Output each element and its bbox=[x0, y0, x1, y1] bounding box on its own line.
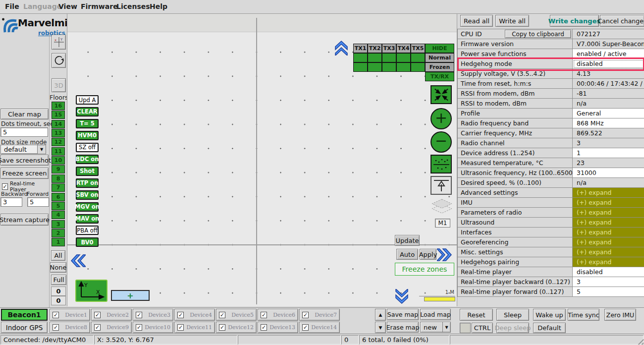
tx-cell[interactable] bbox=[382, 62, 396, 72]
checkbox-icon[interactable]: ✓ bbox=[94, 312, 101, 318]
device-toggle-device11[interactable]: ✓Device11 bbox=[174, 322, 215, 333]
map-cmd-hvm0-button[interactable]: HVM0 bbox=[76, 131, 99, 140]
xy-axes-tool-button[interactable]: x Y bbox=[52, 35, 66, 50]
tx-cell[interactable] bbox=[396, 53, 411, 62]
device-toggle-device10[interactable]: ✓Device10 bbox=[133, 322, 173, 333]
device-toggle-device12[interactable]: ✓Device12 bbox=[216, 322, 257, 333]
map-cmd-mav-on-button[interactable]: MAV on bbox=[76, 214, 99, 224]
checkbox-icon[interactable]: ✓ bbox=[53, 312, 59, 318]
map-cmd-clear-button[interactable]: CLEAR bbox=[76, 107, 99, 116]
device-scroll-down-button[interactable]: ▼ bbox=[375, 322, 386, 333]
menu-item-licenses[interactable]: Licenses bbox=[116, 2, 150, 10]
device-toggle-device7[interactable]: ✓Device7 bbox=[299, 309, 340, 321]
device-scroll-up-button[interactable]: ▲ bbox=[375, 309, 386, 321]
save-screenshot-button[interactable]: Save screenshot bbox=[0, 155, 49, 166]
floor-button-3[interactable]: 3 bbox=[52, 220, 65, 229]
checkbox-icon[interactable]: ✓ bbox=[302, 312, 309, 318]
read-all-button[interactable]: Read all bbox=[460, 15, 493, 27]
3d-view-button[interactable]: 3D bbox=[52, 78, 66, 92]
default-button[interactable]: Default bbox=[533, 323, 566, 333]
param-value[interactable]: 5 bbox=[573, 287, 644, 297]
param-value[interactable]: (+) expand bbox=[573, 188, 644, 198]
fit-to-screen-icon[interactable] bbox=[430, 85, 452, 104]
checkbox-icon[interactable]: ✓ bbox=[177, 312, 184, 318]
menu-item-help[interactable]: Help bbox=[150, 2, 167, 10]
param-value[interactable]: General bbox=[573, 109, 644, 118]
tx-cell[interactable] bbox=[382, 53, 396, 62]
device-toggle-device4[interactable]: ✓Device4 bbox=[174, 309, 215, 321]
map-cmd-t-5-button[interactable]: T= 5 bbox=[76, 119, 99, 128]
load-map-button[interactable]: Load map bbox=[420, 309, 451, 320]
checkbox-icon[interactable]: ✓ bbox=[219, 312, 225, 318]
floor-button-13[interactable]: 13 bbox=[52, 129, 65, 137]
param-value[interactable]: (+) expand bbox=[573, 198, 644, 208]
checkbox-icon[interactable]: ✓ bbox=[53, 324, 59, 331]
device-toggle-device14[interactable]: ✓Device14 bbox=[299, 322, 340, 333]
menu-item-file[interactable]: File bbox=[5, 2, 19, 10]
checkbox-icon[interactable]: ✓ bbox=[261, 312, 267, 318]
map-cmd-sbv-on-button[interactable]: SBV on bbox=[76, 190, 99, 200]
checkbox-icon[interactable]: ✓ bbox=[136, 312, 142, 318]
pan-right-icon[interactable] bbox=[437, 247, 453, 262]
checkbox-icon[interactable]: ✓ bbox=[302, 324, 309, 331]
cancel-changes-button[interactable]: Cancel changes bbox=[600, 15, 644, 27]
floor-button-15[interactable]: 15 bbox=[52, 111, 65, 119]
tx-cell[interactable] bbox=[396, 62, 411, 72]
param-value[interactable]: enabled / active bbox=[573, 49, 644, 59]
indoor-gps-tab[interactable]: Indoor GPS bbox=[1, 322, 48, 333]
time-sync-button[interactable]: Time sync bbox=[568, 309, 599, 321]
map-cmd-mgv-on-button[interactable]: MGV on bbox=[76, 202, 99, 212]
checkbox-icon[interactable]: ✓ bbox=[261, 324, 267, 331]
map-cmd-rtp-on-button[interactable]: RTP on bbox=[76, 178, 99, 188]
param-value[interactable]: 1 bbox=[573, 148, 644, 158]
tx-cell[interactable] bbox=[411, 53, 425, 62]
tx-cell[interactable] bbox=[368, 62, 382, 72]
menu-item-firmware[interactable]: Firmware bbox=[81, 2, 118, 10]
map-select[interactable]: new ▼ bbox=[420, 322, 451, 333]
param-value[interactable]: (+) expand bbox=[573, 247, 644, 257]
chevron-down-icon[interactable]: ▼ bbox=[37, 145, 46, 154]
beacon-tab[interactable]: Beacon1 bbox=[1, 309, 48, 321]
freeze-screen-button[interactable]: Freeze screen bbox=[0, 168, 49, 179]
forward-input[interactable]: 5 bbox=[27, 197, 49, 207]
device-toggle-device6[interactable]: ✓Device6 bbox=[258, 309, 298, 321]
tx-cell[interactable] bbox=[353, 62, 368, 72]
freeze-zones-button[interactable]: Freeze zones bbox=[395, 263, 454, 276]
chevron-down-icon[interactable]: ▼ bbox=[442, 322, 450, 332]
tx-header-tx2[interactable]: TX2 bbox=[368, 44, 382, 53]
tx-frozen-button[interactable]: Frozen bbox=[425, 62, 454, 72]
param-value[interactable]: (+) expand bbox=[573, 208, 644, 218]
erase-map-button[interactable]: Erase map bbox=[387, 322, 419, 333]
dots-timeout-input[interactable]: 5 bbox=[0, 127, 48, 137]
floor-button-7[interactable]: 7 bbox=[52, 183, 65, 192]
sleep-button[interactable]: Sleep bbox=[496, 309, 529, 321]
tx-cell[interactable] bbox=[368, 53, 382, 62]
submit-map-icon[interactable] bbox=[430, 176, 452, 195]
device-toggle-device9[interactable]: ✓Device9 bbox=[91, 322, 132, 333]
deep-sleep-button[interactable]: Deep sleep bbox=[496, 323, 529, 333]
param-value[interactable]: (+) expand bbox=[573, 218, 644, 228]
map-cmd-bv0-button[interactable]: BV0 bbox=[76, 237, 99, 247]
floor-button-9[interactable]: 9 bbox=[52, 165, 65, 173]
tx-header-tx1[interactable]: TX1 bbox=[353, 44, 368, 53]
tx-txrx-button[interactable]: TX/RX bbox=[425, 72, 454, 81]
param-value[interactable]: (+) expand bbox=[573, 228, 644, 237]
floors-full-button[interactable]: Full bbox=[51, 275, 66, 285]
floor-button-2[interactable]: 2 bbox=[52, 229, 65, 237]
zoom-in-icon[interactable]: + bbox=[430, 108, 452, 129]
floor-button-12[interactable]: 12 bbox=[52, 138, 65, 146]
device-toggle-device8[interactable]: ✓Device8 bbox=[50, 322, 90, 333]
stream-capture-button[interactable]: Stream capture bbox=[0, 214, 49, 226]
copy-to-clipboard-button[interactable]: Copy to clipboard bbox=[505, 30, 571, 38]
floor-button-6[interactable]: 6 bbox=[52, 193, 65, 201]
device-toggle-device5[interactable]: ✓Device5 bbox=[216, 309, 257, 321]
param-value[interactable]: 31000 bbox=[573, 168, 644, 178]
zero-imu-button[interactable]: Zero IMU bbox=[604, 309, 636, 321]
m1-mode-button[interactable]: M1 bbox=[435, 219, 450, 228]
tx-cell[interactable] bbox=[411, 62, 425, 72]
param-value[interactable]: 3 bbox=[573, 277, 644, 287]
pan-left-icon[interactable] bbox=[70, 253, 86, 268]
clear-map-button[interactable]: Clear map bbox=[0, 109, 49, 119]
checkbox-icon[interactable]: ✓ bbox=[219, 324, 225, 331]
zoom-out-icon[interactable]: − bbox=[430, 131, 452, 153]
